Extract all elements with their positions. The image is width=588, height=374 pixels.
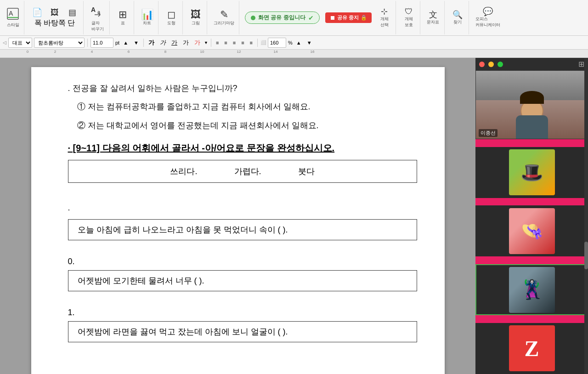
shape-label: 도형 <box>167 20 175 26</box>
gap-3 <box>68 295 417 304</box>
toolbar: A 스타일 📄 🖼 ▤ 폭 바탕쪽 단 <box>0 0 588 36</box>
italic-button[interactable]: 가 <box>158 38 168 47</box>
dan-label: 단 <box>68 18 75 28</box>
columns-button[interactable]: ▤ <box>64 7 80 17</box>
table-icon: ⊞ <box>119 10 127 20</box>
bg-icon: 🖼 <box>51 8 59 17</box>
participant-label-bar-4 <box>478 317 501 322</box>
distributed-button[interactable]: ≡ <box>248 40 254 46</box>
avatar-tile-z: Z <box>475 323 588 374</box>
image-button[interactable]: 🖼 그림 <box>187 9 204 27</box>
zoom-down[interactable]: ▼ <box>305 40 314 46</box>
table-group: ⊞ 표 <box>112 1 134 34</box>
obj-protect-label: 개체보호 <box>405 16 413 28</box>
dot-line: . <box>68 200 417 215</box>
share-dot <box>251 16 255 20</box>
answer-2-line: ② 저는 대학교에서 영어를 전공했는데 지금 패션회사에서 일해요. <box>77 118 417 133</box>
obj-protect-button[interactable]: 🛡 개체보호 <box>401 6 417 29</box>
avatar-red: 👒 <box>509 208 555 254</box>
draw-icon: ✎ <box>220 10 228 20</box>
format-divider-1 <box>87 39 88 47</box>
panel-grid-button[interactable]: ⊞ <box>578 60 584 68</box>
panel-maximize-button[interactable] <box>498 62 503 67</box>
font-size-up[interactable]: ▲ <box>121 40 130 46</box>
ruler: 0 2 4 6 8 10 12 14 16 <box>0 50 588 58</box>
page-width-button[interactable]: 📄 <box>29 7 45 17</box>
presenter-tile: 이종선 <box>475 70 588 139</box>
style-button[interactable]: A 스타일 <box>5 6 21 29</box>
participant-label-bar-1 <box>478 141 506 145</box>
justify-button[interactable]: ≡ <box>239 40 246 46</box>
underline-button[interactable]: 가 <box>170 38 179 47</box>
font-color-button[interactable]: 가 <box>192 38 202 47</box>
font-select[interactable]: 함초롬바탕 <box>34 38 85 48</box>
textbox-button[interactable]: 文 문자표 <box>425 10 441 26</box>
participant-label-bar-3 <box>478 258 492 263</box>
font-size-input[interactable] <box>90 38 113 48</box>
panel-close-button[interactable] <box>479 62 485 67</box>
share-banner[interactable]: 화면 공유 중입니다 ✔ <box>245 11 320 24</box>
question-text: . 전공을 잘 살려서 일하는 사람은 누구입니까? <box>68 84 237 93</box>
avatar-tile-luffy: 🎩 <box>475 147 588 198</box>
presenter-name: 이종선 <box>479 129 498 137</box>
align-left-button[interactable]: ≡ <box>214 40 220 46</box>
vocab-box: 쓰리다. 가렵다. 붓다 <box>68 160 417 183</box>
page-icon: 📄 <box>32 8 42 17</box>
obj-protect-icon: 🛡 <box>405 7 413 16</box>
zoom-input[interactable] <box>268 38 286 48</box>
find-button[interactable]: 🔍 찾기 <box>449 10 466 26</box>
format-divider-3 <box>211 39 211 47</box>
participant-label-2 <box>475 198 588 206</box>
bold-button[interactable]: 가 <box>147 38 156 47</box>
background-button[interactable]: 🖼 <box>46 7 63 17</box>
left-margin-indicator: ◁ <box>3 40 6 45</box>
style-select[interactable]: 대표 <box>8 38 32 48</box>
gap-2 <box>68 244 417 253</box>
lock-icon: 🔒 <box>361 15 367 21</box>
obj-select-button[interactable]: ⊹ 개체선택 <box>376 6 393 29</box>
textbox-label: 문자표 <box>427 19 439 25</box>
ruler-num-10: 10 <box>200 50 204 54</box>
num-label-0: 0. <box>68 257 417 266</box>
chart-button[interactable]: 📊 차트 <box>139 9 155 27</box>
office-icon: 💬 <box>483 7 493 16</box>
font-change-group: A a 글자바꾸기 <box>85 1 110 34</box>
chart-group: 📊 차트 <box>136 1 158 34</box>
shape-icon: ◻ <box>167 10 175 20</box>
vocab-3: 붓다 <box>298 166 315 177</box>
scrollbar-track[interactable] <box>584 58 588 374</box>
stop-share-button[interactable]: ⏹ 공유 중지 🔒 <box>325 12 372 23</box>
bg-label: 바탕쪽 <box>44 18 66 28</box>
vocab-1: 쓰리다. <box>170 166 197 177</box>
align-right-button[interactable]: ≡ <box>231 40 237 46</box>
font-change-button[interactable]: A a 글자바꾸기 <box>88 3 107 33</box>
outline-button[interactable]: 가 <box>181 38 191 47</box>
draw-group: ✎ 그리기마당 <box>209 1 239 34</box>
obj-select-icon: ⊹ <box>381 7 388 16</box>
svg-text:A: A <box>9 10 13 17</box>
fill-box-3: 어젯밤에 라면을 끓여 먹고 잤는데 아침에 보니 얼굴이 ( ). <box>68 321 417 342</box>
participant-label-bar-2 <box>478 199 497 204</box>
table-button[interactable]: ⊞ 표 <box>114 9 131 27</box>
zoom-up[interactable]: ▲ <box>294 40 303 46</box>
draw-button[interactable]: ✎ 그리기마당 <box>212 9 236 27</box>
shape-button[interactable]: ◻ 도형 <box>163 9 180 27</box>
office-button[interactable]: 💬 오피스커뮤니케이터 <box>474 6 502 29</box>
avatar-z: Z <box>509 325 555 371</box>
ruler-num-6: 6 <box>128 50 130 54</box>
share-text: 화면 공유 중입니다 <box>258 14 305 22</box>
dropdown-arrow: ▼ <box>204 40 208 45</box>
font-size-down[interactable]: ▼ <box>132 40 141 46</box>
ruler-num-2: 2 <box>54 50 56 54</box>
ruler-num-8: 8 <box>164 50 166 54</box>
font-change-icon: A a <box>90 4 105 20</box>
align-center-button[interactable]: ≡ <box>222 40 229 46</box>
document-area[interactable]: . 전공을 잘 살려서 일하는 사람은 누구입니까? ① 저는 컴퓨터공학과를 … <box>0 58 475 374</box>
format-bar: ◁ 대표 함초롬바탕 pt ▲ ▼ 가 가 가 가 가 ▼ ≡ ≡ ≡ ≡ ≡ … <box>0 36 588 50</box>
find-label: 찾기 <box>453 19 462 25</box>
panel-minimize-button[interactable] <box>488 62 494 67</box>
scrollbar-thumb[interactable] <box>584 242 588 269</box>
textbox-icon: 文 <box>429 11 437 19</box>
participant-label-3 <box>475 256 588 264</box>
answer-2-num: ② <box>77 121 85 130</box>
